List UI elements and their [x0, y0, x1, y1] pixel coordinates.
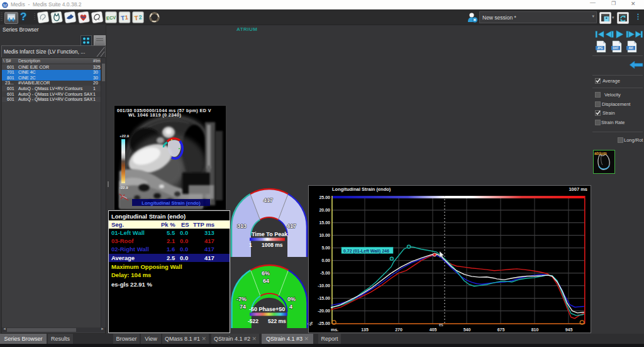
svg-text:Longitudinal Strain (endo): Longitudinal Strain (endo) [332, 186, 391, 192]
svg-text:10.00: 10.00 [319, 233, 330, 237]
svg-text:AVI: AVI [628, 47, 633, 50]
svg-text:675: 675 [497, 327, 505, 332]
svg-text:270: 270 [395, 327, 402, 332]
svg-text:-50 Phase+50: -50 Phase+50 [249, 306, 285, 312]
svg-text:1008 ms: 1008 ms [262, 242, 283, 248]
svg-text:-7%: -7% [236, 296, 247, 302]
svg-text:-522: -522 [248, 318, 258, 324]
svg-text:1: 1 [125, 14, 128, 20]
svg-text:es: es [439, 322, 444, 327]
svg-text:522 ms: 522 ms [268, 318, 286, 324]
svg-text:15.00: 15.00 [319, 220, 330, 225]
svg-text:1007 ms: 1007 ms [569, 186, 587, 192]
svg-text:-15.00: -15.00 [318, 296, 330, 300]
svg-text:T: T [134, 14, 138, 22]
svg-text:1: 1 [249, 242, 252, 248]
svg-text:ms.: ms. [331, 327, 338, 332]
svg-text:+22.9: +22.9 [119, 134, 130, 138]
svg-text:Time To Peak: Time To Peak [252, 231, 288, 237]
svg-text:ECV: ECV [106, 14, 116, 21]
svg-text:540: 540 [464, 327, 471, 332]
svg-text:20.00: 20.00 [319, 208, 330, 212]
svg-text:-22.9: -22.9 [119, 186, 128, 190]
svg-text:-25.00: -25.00 [318, 321, 330, 326]
svg-text:945: 945 [565, 327, 573, 332]
svg-text:2: 2 [138, 14, 142, 20]
svg-text:417: 417 [264, 197, 273, 203]
svg-text:0.72 (01-Left Wall) 246: 0.72 (01-Left Wall) 246 [343, 249, 389, 254]
svg-text:WL 1046 1819 (0 2340): WL 1046 1819 (0 2340) [128, 112, 181, 118]
svg-text:25.00: 25.00 [319, 195, 330, 200]
svg-text:0.00: 0.00 [321, 258, 330, 263]
svg-text:4: 4 [289, 304, 292, 310]
svg-text:-5.00: -5.00 [320, 271, 330, 275]
svg-text:0%: 0% [287, 296, 296, 302]
svg-text:-20.00: -20.00 [318, 309, 330, 313]
svg-text:-10.00: -10.00 [318, 283, 330, 288]
svg-text:313: 313 [237, 223, 247, 229]
svg-text:atrium: atrium [594, 151, 607, 156]
svg-text:417: 417 [287, 223, 296, 229]
svg-text:%: % [309, 321, 313, 326]
svg-text:6%: 6% [262, 270, 270, 276]
svg-text:5.00: 5.00 [321, 246, 330, 250]
svg-text:DAT: DAT [613, 47, 619, 50]
svg-text:74: 74 [240, 304, 246, 310]
svg-text:JPG: JPG [597, 47, 603, 50]
svg-text:M: M [3, 3, 7, 8]
svg-text:405: 405 [430, 327, 437, 332]
svg-text:135: 135 [361, 327, 369, 332]
svg-text:810: 810 [531, 327, 539, 332]
svg-text:64: 64 [263, 278, 269, 284]
svg-text:Longitudinal Strain (endo): Longitudinal Strain (endo) [142, 200, 201, 206]
